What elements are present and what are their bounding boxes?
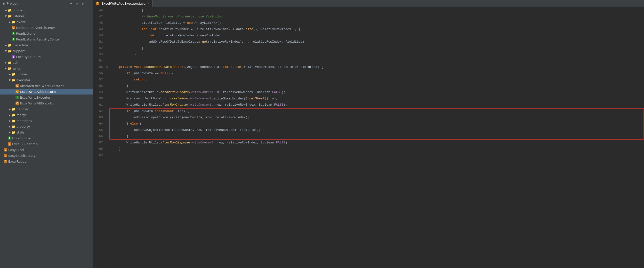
sidebar-item-util[interactable]: ▶📁util — [0, 60, 92, 65]
line-number: 68 — [95, 146, 103, 152]
line-number: 51 — [95, 39, 103, 45]
badge-ExcelWriteAddExecutor: C — [16, 90, 19, 93]
sidebar-item-style[interactable]: ▶📁style — [0, 129, 92, 135]
sidebar-item-handler[interactable]: ▶📁handler — [0, 106, 92, 112]
project-title: Project — [7, 2, 68, 5]
badge-EasyExcelFactory: C — [4, 154, 7, 157]
line-number: 62 — [95, 108, 103, 114]
sidebar-item-ModelBuildEventListener[interactable]: CModelBuildEventListener — [0, 25, 92, 30]
sync-icon[interactable]: ⇄ — [75, 1, 79, 6]
tree-arrow-util[interactable]: ▶ — [4, 61, 8, 64]
gutter-cell — [105, 13, 109, 20]
tree-arrow-event[interactable]: ▶ — [8, 20, 12, 23]
sidebar-item-ExcelBuilderImpl[interactable]: CExcelBuilderImpl — [0, 141, 92, 147]
sidebar-item-executor[interactable]: ▼📂executor — [0, 77, 92, 83]
tree-arrow-listener[interactable]: ▼ — [4, 15, 8, 17]
tree-label-ExcelWriteFillExecutor: ExcelWriteFillExecutor — [20, 101, 54, 105]
code-line: WriteHandlerUtils.beforeRowCreate(writeC… — [111, 89, 644, 95]
active-tab[interactable]: C ExcelWriteAddExecutor.java ✕ — [93, 0, 152, 7]
gutter-cell — [105, 20, 109, 26]
sidebar-item-ExcelWriteExecutor[interactable]: IExcelWriteExecutor — [0, 94, 92, 100]
gutter-cell — [105, 83, 109, 89]
gutter-cell — [105, 108, 109, 114]
tree-arrow-metadata-write[interactable]: ▶ — [8, 119, 12, 122]
tree-label-ExcelWriteAddExecutor: ExcelWriteAddExecutor — [20, 90, 56, 93]
badge-AbstractExcelWriteExecutor: C — [16, 84, 19, 87]
code-line: addJavaObjectToExcel(oneRowData, row, re… — [111, 127, 644, 133]
gutter-cell — [105, 152, 109, 158]
sidebar-item-ExcelWriteFillExecutor[interactable]: CExcelWriteFillExecutor — [0, 100, 92, 106]
gutter-cell — [105, 39, 109, 45]
tree-arrow-executor[interactable]: ▼ — [8, 79, 12, 81]
line-numbers: 4647484950515253545556575859606162636465… — [93, 7, 105, 268]
sidebar-item-listener[interactable]: ▼📂listener — [0, 13, 92, 19]
code-line: } — [111, 7, 644, 13]
folder-icon-builder-top: 📁 — [8, 8, 12, 12]
sidebar-item-ExcelWriteAddExecutor[interactable]: CExcelWriteAddExecutor — [0, 89, 92, 94]
sidebar-item-builder-write[interactable]: ▶📁builder — [0, 71, 92, 77]
code-line: for (int relativeRowIndex = 0; relativeR… — [111, 26, 644, 32]
tree-arrow-write[interactable]: ▼ — [4, 67, 8, 70]
sidebar-item-write[interactable]: ▼📂write — [0, 65, 92, 71]
sidebar-item-ExcelBuilder[interactable]: IExcelBuilder — [0, 135, 92, 141]
sidebar-item-metadata-write[interactable]: ▶📁metadata — [0, 118, 92, 124]
tree-arrow-builder-write[interactable]: ▶ — [8, 73, 12, 76]
tree-label-ExcelBuilderImpl: ExcelBuilderImpl — [12, 142, 38, 146]
sidebar-item-EasyExcel[interactable]: CEasyExcel — [0, 147, 92, 153]
line-number: 55 — [95, 64, 103, 70]
code-content[interactable]: } // BeanMap is out of order,so use fiel… — [109, 7, 644, 268]
tree-arrow-builder-top[interactable]: ▶ — [4, 9, 8, 12]
sidebar-item-property[interactable]: ▶📁property — [0, 124, 92, 129]
sidebar-item-merge[interactable]: ▶📁merge — [0, 112, 92, 118]
gutter-cell — [105, 45, 109, 51]
folder-icon-executor: 📂 — [12, 78, 16, 82]
tab-close-icon[interactable]: ✕ — [147, 2, 149, 5]
sidebar-item-ReadListener[interactable]: IReadListener — [0, 30, 92, 36]
code-line: } — [111, 51, 644, 58]
tree-label-EasyExcel: EasyExcel — [8, 148, 24, 152]
sidebar-item-AbstractExcelWriteExecutor[interactable]: CAbstractExcelWriteExecutor — [0, 83, 92, 89]
tree-label-executor: executor — [16, 78, 30, 82]
sidebar-item-builder-top[interactable]: ▶📁builder — [0, 7, 92, 13]
badge-ReadListener: I — [12, 32, 15, 35]
tree-arrow-merge[interactable]: ▶ — [8, 114, 12, 116]
gutter-cell — [105, 89, 109, 95]
line-number: 49 — [95, 26, 103, 32]
line-number: 61 — [95, 102, 103, 108]
gutter-cell — [105, 121, 109, 127]
folder-icon-util: 📁 — [8, 61, 12, 64]
add-icon[interactable]: ⊕ — [69, 1, 73, 6]
code-line: if (oneRowData instanceof List) { — [111, 108, 644, 114]
folder-icon-event: 📁 — [12, 20, 16, 24]
tree-arrow-style[interactable]: ▶ — [8, 131, 12, 134]
sidebar-item-support[interactable]: ▼📂support — [0, 48, 92, 54]
line-number: 59 — [95, 89, 103, 95]
line-number: 60 — [95, 95, 103, 102]
tree-container: ▶📁builder▼📂listener▶📁eventCModelBuildEve… — [0, 7, 92, 268]
tree-arrow-metadata[interactable]: ▶ — [4, 44, 8, 46]
minimize-icon[interactable]: − — [86, 1, 91, 6]
settings-icon[interactable]: ⚙ — [80, 1, 85, 6]
header-actions: ⊕ ⇄ ⚙ − — [69, 1, 91, 6]
tree-arrow-property[interactable]: ▶ — [8, 125, 12, 128]
gutter-cell — [105, 140, 109, 146]
sidebar-item-ReadListenerRegistryCenter[interactable]: IReadListenerRegistryCenter — [0, 36, 92, 42]
tree-arrow-handler[interactable]: ▶ — [8, 108, 12, 110]
sidebar-item-metadata[interactable]: ▶📁metadata — [0, 42, 92, 48]
tree-label-write: write — [12, 67, 20, 70]
tree-label-ReadListenerRegistryCenter: ReadListenerRegistryCenter — [16, 37, 60, 41]
line-number: 57 — [95, 77, 103, 83]
line-number: 69 — [95, 152, 103, 158]
code-line: // BeanMap is out of order,so use fieldL… — [111, 13, 644, 20]
gutter-cell — [105, 146, 109, 152]
sidebar-item-EasyExcelFactory[interactable]: CEasyExcelFactory — [0, 153, 92, 158]
tree-arrow-support[interactable]: ▼ — [4, 50, 8, 52]
line-number: 53 — [95, 51, 103, 58]
sidebar-item-event[interactable]: ▶📁event — [0, 19, 92, 25]
gutter: @ — [105, 7, 109, 268]
tree-label-ReadListener: ReadListener — [16, 32, 36, 35]
project-icon: ▣ — [2, 2, 5, 5]
gutter-cell — [105, 58, 109, 64]
sidebar-item-ExcelReader[interactable]: CExcelReader — [0, 158, 92, 164]
sidebar-item-ExcelTypeEnum[interactable]: EExcelTypeEnum — [0, 54, 92, 60]
